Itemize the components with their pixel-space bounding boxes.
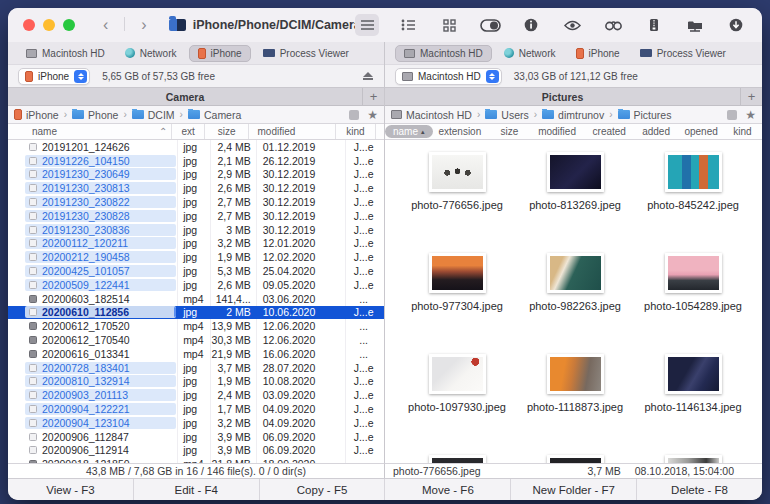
table-row[interactable]: 20200212_190458 jpg 1,9 MB 12.02.2020 J.… [8,250,384,264]
column-header[interactable]: modified [249,124,336,139]
table-row[interactable]: 20200903_201113 jpg 2,4 MB 03.09.2020 J.… [8,388,384,402]
breadcrumb-item[interactable]: Macintosh HD [391,109,472,121]
back-button[interactable]: ‹ [103,17,108,33]
pane-tab[interactable]: iPhone [568,46,628,61]
table-row[interactable]: 20200112_120211 jpg 3,2 MB 12.01.2020 J.… [8,237,384,251]
table-row[interactable]: 20200904_122221 jpg 1,7 MB 04.09.2020 J.… [8,402,384,416]
pane-tab[interactable]: Network [117,46,185,61]
function-key-button[interactable]: Move - F6 [385,479,511,500]
grid-file-item[interactable]: photo-1118873.jpeg [516,354,634,455]
breadcrumb-separator: › [64,109,67,120]
function-key-button[interactable]: New Folder - F7 [511,479,637,500]
table-row[interactable]: 20200610_112856 jpg 2 MB 10.06.2020 J...… [8,306,384,320]
drive-selector[interactable]: Macintosh HD [395,68,502,85]
table-row[interactable]: 20200603_182514 mp4 141,4... 03.06.2020 … [8,292,384,306]
drive-stepper-icon[interactable] [74,70,87,83]
left-folder-tab[interactable]: Camera + [8,88,384,106]
grid-file-item[interactable]: photo-1146134.jpeg [634,354,752,455]
network-folder-icon[interactable] [683,14,707,36]
table-row[interactable]: 20200509_122441 jpg 2,6 MB 09.05.2020 J.… [8,278,384,292]
pane-tab[interactable]: iPhone [189,45,251,62]
zoom-button[interactable] [63,19,75,31]
column-header[interactable]: name ⌃ [8,124,172,139]
grid-file-item[interactable]: photo-982263.jpeg [516,253,634,354]
right-folder-tab[interactable]: Pictures + [385,88,762,106]
drive-selector[interactable]: iPhone [18,68,90,85]
table-row[interactable]: 20191230_230649 jpg 2,9 MB 30.12.2019 J.… [8,168,384,182]
table-row[interactable]: 20200728_183401 jpg 3,7 MB 28.07.2020 J.… [8,361,384,375]
drive-stepper-icon[interactable] [486,70,499,83]
table-row[interactable]: 20191230_230822 jpg 2,7 MB 30.12.2019 J.… [8,195,384,209]
table-row[interactable]: 20200616_013341 mp4 21,9 MB 16.06.2020 .… [8,347,384,361]
pane-tab[interactable]: Process Viewer [632,46,734,61]
table-row[interactable]: 20200425_101057 jpg 5,3 MB 25.04.2020 J.… [8,264,384,278]
table-row[interactable]: 20191230_230828 jpg 2,7 MB 30.12.2019 J.… [8,209,384,223]
grid-view-icon[interactable] [437,14,461,36]
detail-view-icon[interactable] [396,14,420,36]
column-header[interactable]: created [586,124,636,139]
preview-eye-icon[interactable] [560,14,584,36]
view-mode-icon[interactable] [349,110,359,120]
forward-button[interactable]: › [141,17,146,33]
info-icon[interactable] [519,14,543,36]
table-row[interactable]: 20191230_230813 jpg 2,6 MB 30.12.2019 J.… [8,181,384,195]
view-mode-icon[interactable] [727,110,737,120]
column-header[interactable]: size [490,124,531,139]
column-header[interactable]: added [636,124,679,139]
download-icon[interactable] [724,14,748,36]
column-header[interactable]: kind [726,124,762,139]
new-tab-button[interactable]: + [740,88,762,105]
column-header[interactable]: extension [433,124,491,139]
column-header[interactable]: kind [336,124,376,139]
table-row[interactable]: 20200904_123104 jpg 3,2 MB 04.09.2020 J.… [8,416,384,430]
column-header[interactable]: name ▴ [385,124,433,139]
breadcrumb-item[interactable]: Phone [72,109,118,121]
breadcrumb-item[interactable]: dimtrunov [542,109,604,121]
archive-icon[interactable] [642,14,666,36]
grid-file-item[interactable]: photo-977304.jpeg [398,253,516,354]
close-button[interactable] [23,19,35,31]
grid-file-item[interactable]: photo-776656.jpeg [398,152,516,253]
column-header[interactable] [376,124,384,139]
table-row[interactable]: 20200906_112847 jpg 3,9 MB 06.09.2020 J.… [8,430,384,444]
grid-file-item[interactable]: photo-813269.jpeg [516,152,634,253]
function-key-button[interactable]: Delete - F8 [637,479,762,500]
grid-file-item[interactable]: photo-1097930.jpeg [398,354,516,455]
new-tab-button[interactable]: + [362,88,384,105]
favorite-star-icon[interactable]: ★ [745,109,756,121]
minimize-button[interactable] [43,19,55,31]
table-row[interactable]: 20191226_104150 jpg 2,1 MB 26.12.2019 J.… [8,154,384,168]
table-row[interactable]: 20200906_112914 jpg 3,9 MB 06.09.2020 J.… [8,444,384,458]
grid-file-item[interactable] [398,455,516,463]
grid-file-item[interactable]: photo-845242.jpeg [634,152,752,253]
function-key-button[interactable]: Edit - F4 [134,479,260,500]
favorite-star-icon[interactable]: ★ [367,109,378,121]
function-key-button[interactable]: Copy - F5 [260,479,386,500]
breadcrumb-item[interactable]: Pictures [618,109,672,121]
column-header[interactable]: modified [532,124,586,139]
eject-icon[interactable] [362,72,374,80]
pane-tab[interactable]: Network [496,46,564,61]
search-binoculars-icon[interactable] [601,14,625,36]
table-row[interactable]: 20191230_230836 jpg 3 MB 30.12.2019 J...… [8,223,384,237]
column-header[interactable]: ext [172,124,204,139]
grid-file-item[interactable] [516,455,634,463]
table-row[interactable]: 20200612_170520 mp4 13,9 MB 12.06.2020 .… [8,319,384,333]
pane-tab[interactable]: Macintosh HD [395,45,492,62]
breadcrumb-item[interactable]: Camera [188,109,241,121]
column-header[interactable]: opened [679,124,726,139]
pane-tab[interactable]: Process Viewer [255,46,357,61]
grid-file-item[interactable]: photo-1054289.jpeg [634,253,752,354]
dual-pane-toggle-icon[interactable] [478,14,502,36]
breadcrumb-item[interactable]: Users [485,109,528,121]
grid-file-item[interactable] [634,455,752,463]
table-row[interactable]: 20200810_132914 jpg 1,9 MB 10.08.2020 J.… [8,375,384,389]
function-key-button[interactable]: View - F3 [8,479,134,500]
column-header[interactable]: size [205,124,250,139]
list-view-icon[interactable] [355,14,379,36]
breadcrumb-item[interactable]: iPhone [14,109,59,121]
pane-tab[interactable]: Macintosh HD [18,46,113,61]
table-row[interactable]: 20200612_170540 mp4 30,3 MB 12.06.2020 .… [8,333,384,347]
table-row[interactable]: 20191201_124626 jpg 2,4 MB 01.12.2019 J.… [8,140,384,154]
breadcrumb-item[interactable]: DCIM [132,109,175,121]
